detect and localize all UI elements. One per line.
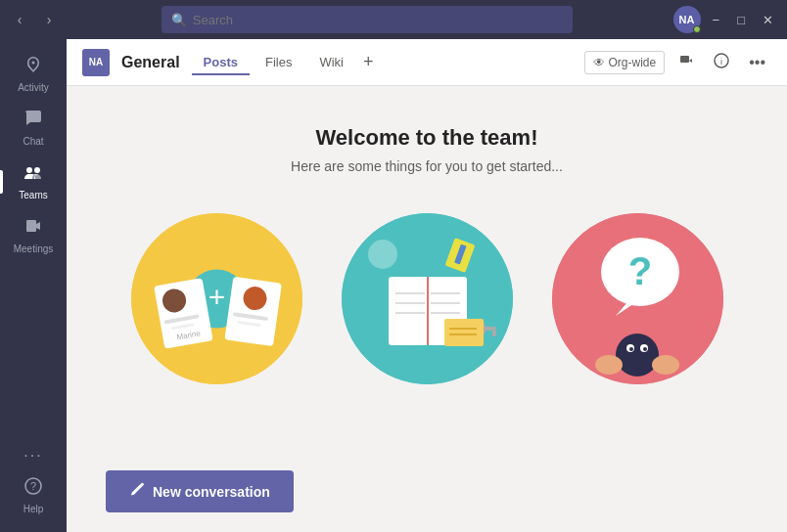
svg-point-2 (34, 167, 40, 173)
svg-text:?: ? (627, 249, 651, 292)
svg-text:?: ? (30, 480, 36, 492)
add-people-illustration: + Marine (131, 213, 302, 384)
svg-point-0 (32, 62, 35, 65)
add-tab-button[interactable]: + (359, 52, 378, 72)
tab-files[interactable]: Files (254, 51, 303, 75)
search-icon: 🔍 (171, 13, 187, 27)
help-illustration: ? (552, 213, 723, 384)
meetings-label: Meetings (14, 244, 54, 254)
sidebar-item-teams[interactable]: Teams (0, 155, 67, 208)
sidebar: Activity Chat Teams (0, 39, 67, 532)
back-button[interactable]: ‹ (8, 8, 31, 31)
notebook-illustration (342, 213, 513, 384)
info-button[interactable]: i (708, 51, 735, 74)
activity-label: Activity (18, 82, 49, 93)
title-bar: ‹ › 🔍 NA − □ ✕ (0, 0, 787, 39)
close-button[interactable]: ✕ (757, 11, 779, 29)
more-options-button[interactable]: ••• (743, 52, 771, 73)
svg-rect-34 (444, 319, 484, 346)
channel-name: General (121, 54, 180, 71)
sidebar-item-help[interactable]: ? Help (20, 468, 48, 522)
sidebar-item-more[interactable]: ... (0, 435, 67, 468)
more-label: ... (23, 443, 42, 461)
content-area: NA General Posts Files Wiki + 👁 Org-wide (67, 39, 787, 532)
bottom-area: New conversation (67, 455, 787, 532)
svg-point-47 (595, 355, 623, 375)
help-label: Help (23, 504, 44, 514)
svg-text:+: + (208, 281, 225, 313)
eye-icon: 👁 (593, 56, 605, 69)
user-avatar[interactable]: NA (673, 6, 701, 33)
window-controls: NA − □ ✕ (673, 6, 779, 33)
svg-text:i: i (720, 57, 722, 66)
search-input[interactable] (193, 13, 563, 27)
svg-rect-33 (492, 331, 496, 336)
sidebar-item-meetings[interactable]: Meetings (0, 208, 67, 262)
chat-icon (23, 109, 43, 133)
illustration-row: + Marine (131, 213, 723, 384)
sidebar-bottom: ? Help (20, 468, 48, 532)
svg-rect-32 (483, 327, 496, 331)
activity-icon (23, 55, 43, 79)
svg-point-1 (26, 167, 32, 173)
main-layout: Activity Chat Teams (0, 39, 787, 532)
channel-avatar: NA (82, 49, 110, 76)
welcome-subtitle: Here are some things for you to get star… (291, 158, 563, 174)
org-wide-button[interactable]: 👁 Org-wide (584, 51, 666, 74)
new-conversation-button[interactable]: New conversation (106, 470, 294, 512)
video-button[interactable] (672, 51, 700, 74)
search-bar[interactable]: 🔍 (162, 6, 573, 33)
maximize-button[interactable]: □ (731, 11, 751, 29)
svg-point-46 (643, 347, 647, 351)
header-actions: 👁 Org-wide i ••• (584, 51, 772, 74)
svg-point-37 (368, 240, 397, 269)
teams-icon (23, 162, 43, 187)
edit-icon (129, 482, 145, 501)
teams-label: Teams (19, 190, 47, 200)
main-content: Welcome to the team! Here are some thing… (67, 86, 787, 455)
sidebar-item-activity[interactable]: Activity (0, 47, 67, 101)
presence-indicator (693, 25, 701, 33)
channel-tabs: Posts Files Wiki + (192, 50, 378, 74)
welcome-title: Welcome to the team! (316, 125, 538, 151)
forward-button[interactable]: › (37, 8, 61, 31)
tab-posts[interactable]: Posts (192, 51, 250, 75)
minimize-button[interactable]: − (707, 11, 726, 29)
sidebar-item-chat[interactable]: Chat (0, 101, 67, 155)
svg-rect-3 (26, 220, 36, 232)
meetings-icon (23, 216, 43, 241)
tab-wiki[interactable]: Wiki (307, 51, 355, 75)
svg-point-45 (629, 347, 633, 351)
nav-buttons: ‹ › (8, 8, 61, 31)
channel-header: NA General Posts Files Wiki + 👁 Org-wide (67, 39, 787, 86)
svg-point-42 (616, 333, 659, 377)
svg-point-48 (652, 355, 679, 375)
chat-label: Chat (23, 136, 43, 147)
help-icon: ? (23, 476, 43, 501)
